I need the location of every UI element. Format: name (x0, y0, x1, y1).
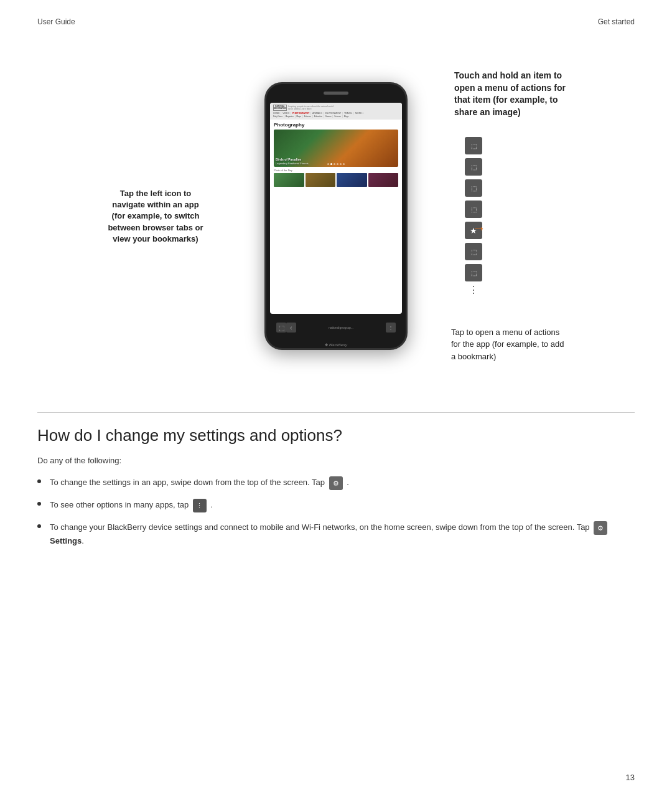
page-number: 13 (626, 773, 635, 782)
list-item-3: To change your BlackBerry device setting… (37, 521, 635, 547)
settings-gear-icon-2: ⚙ (594, 521, 607, 535)
page-footer: 13 (626, 773, 635, 782)
browser-secondary-nav: Daily News | Magazine | Maps | Extreme |… (273, 115, 399, 118)
content-title: Photography (274, 122, 398, 128)
phone-speaker (324, 92, 348, 95)
settings-label: Settings (50, 536, 82, 545)
phone-bottom-bar: ⬚ ‹ nationalgeograp... ⋮ (270, 318, 402, 337)
browser-header: NATIONALGEOGRAPHIC Inspiring people to c… (270, 103, 402, 120)
icon-dots: ⋮ (465, 285, 482, 295)
nav-more: MORE » (355, 112, 363, 115)
list-item-1: To change the settings in an app, swipe … (37, 476, 635, 490)
thumbnail-4 (368, 173, 399, 187)
right-icons-bar: ⬚ ⬚ ⬚ ⬚ ★ ⬚ ⬚ ⋮ (465, 137, 482, 295)
icon-1: ⬚ (465, 137, 482, 154)
nav-travel: TRAVEL (344, 112, 352, 115)
thumbnail-1 (274, 173, 304, 187)
nav-photography: PHOTOGRAPHY (292, 112, 309, 115)
phone-mockup: NATIONALGEOGRAPHIC Inspiring people to c… (264, 82, 408, 350)
nav-video: VIDEO (282, 112, 289, 115)
label-left: Tap the left icon to navigate within an … (106, 188, 205, 245)
photo-placeholder: Birds of Paradise Legendary Feathered Fr… (274, 130, 398, 167)
icon-6: ⬚ (465, 264, 482, 281)
icon-4: ⬚ (465, 201, 482, 218)
label-right-bottom: Tap to open a menu of actions for the ap… (451, 326, 566, 363)
thumbnail-3 (337, 173, 367, 187)
nav-environment: ENVIRONMENT (325, 112, 341, 115)
browser-forward-icon: ‹ (286, 323, 296, 333)
label-right-top: Touch and hold an item to open a menu of… (454, 70, 566, 118)
bullet-dot-3 (37, 524, 41, 528)
thumbnail-2 (306, 173, 336, 187)
list-item-2-text: To see other options in many apps, tap ⋮… (50, 499, 213, 512)
phone-screen: NATIONALGEOGRAPHIC Inspiring people to c… (270, 103, 402, 314)
photo-dots (327, 163, 345, 165)
diagram-section: Tap the left icon to navigate within an … (37, 51, 635, 381)
header-right: Get started (598, 17, 635, 26)
section-intro: Do any of the following: (37, 456, 635, 465)
content-area: Photography Birds of Paradise Legendary … (270, 120, 402, 314)
bullet-dot-2 (37, 502, 41, 506)
bullet-list: To change the settings in an app, swipe … (37, 476, 635, 547)
page-header: User Guide Get started (0, 0, 672, 32)
photo-of-day-label: Photo of the Day (274, 169, 398, 172)
browser-logo-box: NATIONALGEOGRAPHIC (273, 105, 287, 111)
options-dots-icon: ⋮ (193, 499, 207, 512)
thumbnail-row (274, 173, 398, 187)
url-bar: nationalgeograp... (296, 326, 386, 329)
nav-animals: ANIMALS (312, 112, 322, 115)
icon-2: ⬚ (465, 158, 482, 176)
browser-menu-icon: ⋮ (386, 323, 396, 333)
header-left: User Guide (37, 17, 75, 26)
diagram-inner: Tap the left icon to navigate within an … (93, 51, 579, 381)
icon-3: ⬚ (465, 179, 482, 197)
browser-nav: HOME | VIDEO | PHOTOGRAPHY | ANIMALS | E… (273, 112, 399, 115)
section-divider (37, 412, 635, 413)
section-heading: How do I change my settings and options? (37, 425, 635, 446)
list-item-1-text: To change the settings in an app, swipe … (50, 476, 349, 490)
blackberry-logo: ✤ BlackBerry (266, 341, 406, 348)
arrow-right: → (472, 220, 486, 237)
main-content: Tap the left icon to navigate within an … (0, 51, 672, 547)
nav-home: HOME (273, 112, 280, 115)
list-item-2: To see other options in many apps, tap ⋮… (37, 499, 635, 512)
settings-gear-icon-1: ⚙ (329, 476, 343, 490)
list-item-3-text: To change your BlackBerry device setting… (50, 521, 635, 547)
bullet-dot-1 (37, 479, 41, 483)
browser-back-icon: ⬚ (276, 323, 286, 333)
browser-logo: NATIONALGEOGRAPHIC Inspiring people to c… (273, 105, 399, 111)
photo-caption: Birds of Paradise Legendary Feathered Fr… (276, 158, 309, 165)
icon-5: ⬚ (465, 243, 482, 260)
